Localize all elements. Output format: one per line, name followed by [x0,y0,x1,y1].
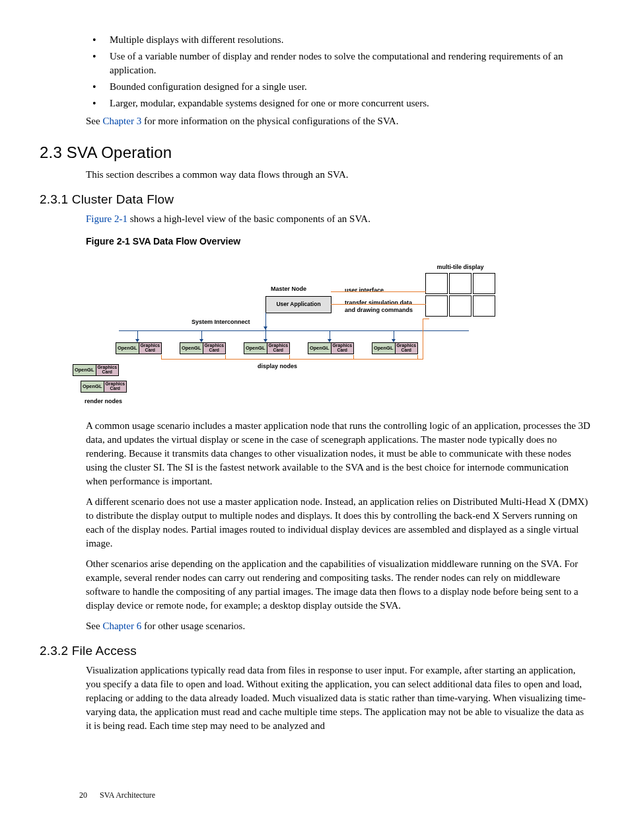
section-2-3-2-heading: 2.3.2 File Access [40,642,590,660]
section-2-3-intro: This section describes a common way data… [86,168,590,182]
multi-tile-label: multi-tile display [425,263,495,272]
see-chapter-3: See Chapter 3 for more information on th… [86,114,590,128]
chapter-6-link[interactable]: Chapter 6 [102,621,141,631]
multi-tile-display: multi-tile display [425,263,495,317]
tile [449,273,472,294]
tile [449,295,472,317]
user-application-box: User Application [265,296,332,313]
interconnect-line [119,330,469,331]
see-chapter-6: See Chapter 6 for other usage scenarios. [86,619,590,633]
graphics-card-label: Graphics Card [139,343,162,354]
text: for more information on the physical con… [141,116,398,126]
orange-line [161,359,423,360]
figure-2-1-link[interactable]: Figure 2-1 [86,213,127,224]
page-footer: 20 SVA Architecture [79,790,155,801]
page-number: 20 [79,790,87,800]
section-2-3-heading: 2.3 SVA Operation [40,141,590,164]
orange-line [423,319,423,360]
orange-line [423,319,429,319]
tile [425,273,448,294]
text: for other usage scenarios. [141,621,245,631]
opengl-label: OpenGL [244,343,267,354]
graphics-card-label: Graphics Card [203,343,226,354]
display-nodes-label: display nodes [258,362,297,371]
text: See [86,116,102,126]
figure-title: Figure 2-1 SVA Data Flow Overview [86,235,590,248]
chapter-3-link[interactable]: Chapter 3 [102,116,141,126]
render-nodes-label: render nodes [85,397,122,406]
orange-line [331,291,426,292]
text: shows a high-level view of the basic com… [127,213,370,224]
opengl-label: OpenGL [81,381,104,392]
top-content: Multiple displays with different resolut… [86,33,590,128]
transfer-label: transfer simulation data and drawing com… [345,299,413,315]
opengl-label: OpenGL [180,343,203,354]
graphics-card-label: Graphics Card [267,343,290,354]
list-item: Larger, modular, expandable systems desi… [86,96,590,110]
list-item: Bounded configuration designed for a sin… [86,80,590,94]
render-node: OpenGL Graphics Card [73,364,119,376]
arrow-icon [263,326,267,330]
render-node: OpenGL Graphics Card [81,381,127,393]
tile [425,295,448,317]
graphics-card-label: Graphics Card [396,343,418,354]
graphics-card-label: Graphics Card [332,343,354,354]
opengl-label: OpenGL [73,365,96,375]
opengl-label: OpenGL [308,343,332,354]
figure-diagram: multi-tile display Master Node User Appl… [86,255,590,407]
graphics-card-label: Graphics Card [104,381,127,392]
user-interface-label: user interface [345,287,384,294]
chapter-title: SVA Architecture [100,790,155,800]
vline [265,330,266,340]
tile [473,295,495,317]
display-node: OpenGL Graphics Card [180,342,226,354]
opengl-label: OpenGL [116,343,139,354]
master-node-label: Master Node [271,285,306,293]
system-interconnect-label: System Interconnect [192,318,250,326]
display-node: OpenGL Graphics Card [244,342,290,354]
section-2-3-2-paragraph: Visualization applications typically rea… [86,664,590,733]
paragraph-dmx: A different scenario does not use a mast… [86,495,590,551]
vline [394,330,394,340]
display-node: OpenGL Graphics Card [116,342,162,354]
paragraph-other-scenarios: Other scenarios arise depending on the a… [86,557,590,613]
display-node: OpenGL Graphics Card [372,342,418,354]
vline [201,330,202,340]
section-2-3-1-heading: 2.3.1 Cluster Data Flow [40,191,590,209]
graphics-card-label: Graphics Card [96,365,119,375]
display-node: OpenGL Graphics Card [308,342,354,354]
orange-line [331,304,426,305]
opengl-label: OpenGL [372,343,396,354]
text: See [86,621,102,631]
tile [473,273,495,294]
section-2-3-1-intro: Figure 2-1 shows a high-level view of th… [86,212,590,226]
paragraph-common-usage: A common usage scenario includes a maste… [86,419,590,488]
vline [137,330,138,340]
vline [330,330,330,340]
list-item: Use of a variable number of display and … [86,50,590,77]
bullet-list: Multiple displays with different resolut… [86,33,590,110]
list-item: Multiple displays with different resolut… [86,33,590,47]
